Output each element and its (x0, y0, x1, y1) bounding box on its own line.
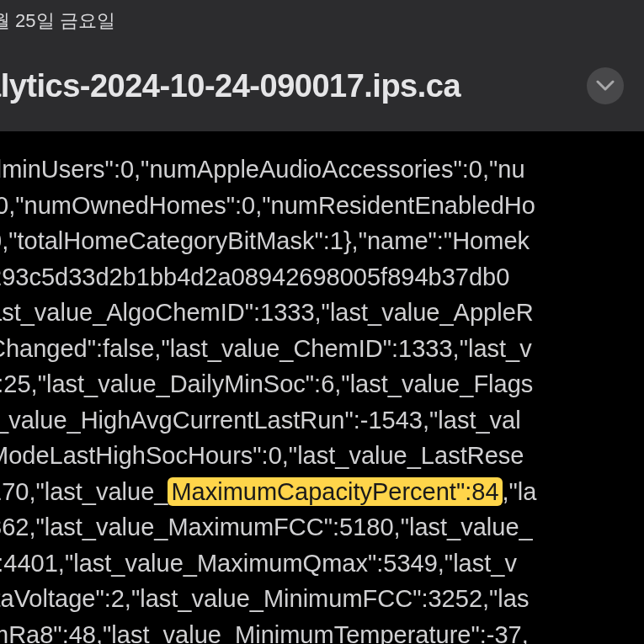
log-line: t_value_HighAvgCurrentLastRun":-1543,"la… (0, 402, 644, 439)
log-line: 293c5d33d2b1bb4d2a08942698005f894b37db0 (0, 259, 644, 295)
file-title: alytics-2024-10-24-090017.ips.ca (0, 68, 460, 104)
log-line: mRa8":48,"last_value_MinimumTemperature"… (0, 617, 644, 645)
log-line: 362,"last_value_MaximumFCC":5180,"last_v… (0, 509, 644, 546)
highlighted-text: MaximumCapacityPercent":84 (168, 477, 502, 506)
log-line: ltaVoltage":2,"last_value_MinimumFCC":32… (0, 581, 644, 617)
date-text: 월 25일 금요일 (0, 8, 644, 34)
log-text: ,"la (503, 478, 537, 505)
log-line: ":25,"last_value_DailyMinSoc":6,"last_va… (0, 366, 644, 402)
chevron-down-icon (596, 80, 615, 92)
log-text: 170,"last_value_ (0, 478, 168, 505)
log-line: dminUsers":0,"numAppleAudioAccessories":… (0, 152, 644, 188)
status-bar: 월 25일 금요일 (0, 0, 644, 40)
log-line: ast_value_AlgoChemID":1333,"last_value_A… (0, 295, 644, 331)
log-line: ":4401,"last_value_MaximumQmax":5349,"la… (0, 546, 644, 582)
file-header: alytics-2024-10-24-090017.ips.ca (0, 40, 644, 131)
log-line: ModeLastHighSocHours":0,"last_value_Last… (0, 438, 644, 474)
expand-button[interactable] (587, 67, 624, 104)
log-line: Changed":false,"last_value_ChemID":1333,… (0, 331, 644, 367)
log-line: 0,"totalHomeCategoryBitMask":1},"name":"… (0, 223, 644, 259)
log-line-highlighted: 170,"last_value_MaximumCapacityPercent":… (0, 474, 644, 510)
log-content[interactable]: dminUsers":0,"numAppleAudioAccessories":… (0, 131, 644, 644)
log-line: :0,"numOwnedHomes":0,"numResidentEnabled… (0, 188, 644, 224)
